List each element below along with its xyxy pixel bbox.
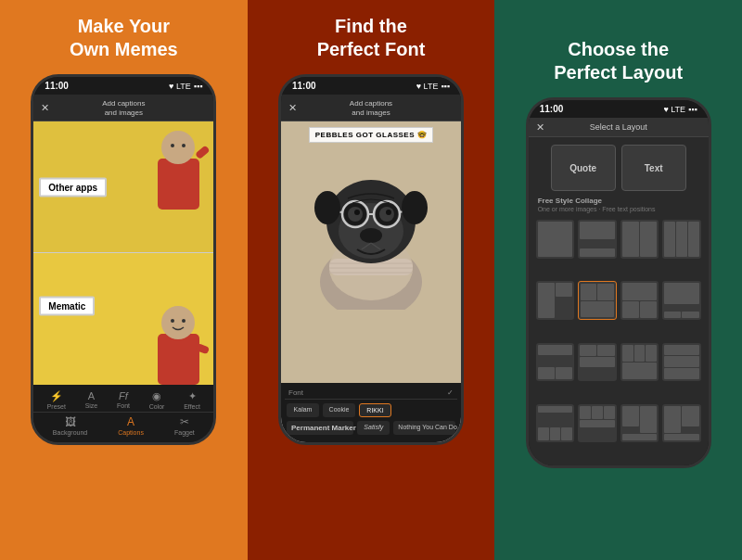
layout-header: ✕ Select a Layout (529, 118, 709, 137)
font-options-list-2[interactable]: Permanent Marker Satisfy Nothing You Can… (285, 421, 457, 439)
layout-content-area: ✕ Select a Layout Quote Text Free Style … (529, 118, 709, 465)
layout-option-11[interactable] (620, 343, 659, 382)
svg-point-29 (360, 228, 382, 243)
phone-mockup-3: 11:00 ♥ LTE ▪▪▪ ✕ Select a Layout Quote (526, 97, 711, 468)
svg-point-32 (314, 191, 340, 224)
pug-svg (301, 138, 441, 310)
phone-header-1: ✕ Add captions and images (33, 95, 213, 121)
phone-mockup-1: 11:00 ♥ LTE ▪▪▪ ✕ Add captions and image… (31, 74, 216, 445)
layout-grid (529, 216, 709, 465)
svg-point-33 (402, 191, 428, 224)
panel-make-memes: Make Your Own Memes 11:00 ♥ LTE ▪▪▪ ✕ Ad… (0, 0, 248, 560)
panel-1-title: Make Your Own Memes (70, 15, 178, 61)
font-nothing[interactable]: Nothing You Can Do (393, 421, 455, 435)
toolbar-size[interactable]: A Size (85, 390, 98, 410)
svg-point-3 (171, 144, 174, 147)
font-content-area: PEBBLES GOT GLASSES 🤓 (281, 121, 461, 442)
layout-option-7[interactable] (620, 281, 659, 320)
layout-option-13[interactable] (536, 404, 575, 443)
layout-option-15[interactable] (620, 404, 659, 443)
panel-find-font: Find the Perfect Font 11:00 ♥ LTE ▪▪▪ ✕ … (248, 0, 495, 560)
meme-label-mematic: Mematic (39, 296, 95, 315)
layout-option-8[interactable] (662, 281, 701, 320)
font-satisfy[interactable]: Satisfy (357, 421, 390, 435)
svg-rect-0 (158, 159, 199, 210)
pug-image-area: PEBBLES GOT GLASSES 🤓 (281, 121, 461, 383)
phone-bottom-bar-1: ⚡ Preset A Size Ff Font ◉ Color ✦ Effe (33, 385, 213, 442)
svg-point-4 (182, 144, 186, 147)
tab-background[interactable]: 🖼 Background (53, 415, 87, 436)
special-layout-row: Quote Text (529, 137, 709, 195)
pug-photo: PEBBLES GOT GLASSES 🤓 (281, 121, 461, 383)
drake-bottom-figure (144, 297, 213, 385)
close-button-2[interactable]: ✕ (288, 102, 297, 114)
tab-captions[interactable]: A Captions (118, 415, 144, 436)
layout-option-6-selected[interactable] (578, 281, 617, 320)
svg-point-9 (182, 319, 186, 323)
bottom-tabs-1: 🖼 Background A Captions ✂ Fagget (33, 413, 213, 439)
svg-point-1 (161, 131, 195, 164)
svg-point-23 (386, 210, 391, 215)
svg-point-22 (354, 210, 360, 215)
panel-3-title: Choose the Perfect Layout (554, 15, 683, 84)
meme-content-area: Other apps Mematic (33, 121, 213, 385)
font-kalam[interactable]: Kalam (287, 403, 319, 417)
layout-option-16[interactable] (662, 404, 701, 443)
font-cookie[interactable]: Cookie (323, 403, 355, 417)
svg-rect-5 (158, 334, 199, 385)
layout-option-3[interactable] (620, 220, 659, 259)
toolbar-icons-1: ⚡ Preset A Size Ff Font ◉ Color ✦ Effe (33, 388, 213, 413)
quote-layout[interactable]: Quote (551, 145, 616, 191)
font-permanent-marker[interactable]: Permanent Marker (287, 421, 353, 435)
toolbar-preset[interactable]: ⚡ Preset (47, 390, 66, 410)
toolbar-font[interactable]: Ff Font (117, 390, 130, 410)
svg-point-6 (161, 306, 195, 339)
status-bar-1: 11:00 ♥ LTE ▪▪▪ (33, 77, 213, 95)
layout-option-1[interactable] (536, 220, 575, 259)
status-bar-3: 11:00 ♥ LTE ▪▪▪ (529, 100, 709, 118)
meme-label-other-apps: Other apps (39, 177, 107, 197)
font-rikki[interactable]: RIKKI (359, 403, 391, 417)
status-bar-2: 11:00 ♥ LTE ▪▪▪ (281, 77, 461, 95)
tab-other[interactable]: ✂ Fagget (174, 415, 195, 436)
text-layout[interactable]: Text (621, 145, 686, 191)
layout-option-2[interactable] (578, 220, 617, 259)
layout-option-9[interactable] (536, 343, 575, 382)
layout-option-14[interactable] (578, 404, 617, 443)
font-label-row: Font ✓ (285, 387, 457, 400)
phone-mockup-2: 11:00 ♥ LTE ▪▪▪ ✕ Add captions and image… (278, 74, 464, 445)
close-button-1[interactable]: ✕ (41, 102, 49, 114)
font-options-list[interactable]: Kalam Cookie RIKKI (285, 400, 457, 421)
section-label: Free Style Collage (529, 195, 709, 206)
section-sublabel: One or more images · Free text positions (529, 206, 709, 216)
phone-header-2: ✕ Add captions and images (281, 95, 461, 121)
panel-2-title: Find the Perfect Font (317, 15, 426, 61)
toolbar-color[interactable]: ◉ Color (149, 390, 165, 410)
layout-selector: ✕ Select a Layout Quote Text Free Style … (529, 118, 709, 465)
svg-point-8 (171, 319, 174, 323)
close-button-3[interactable]: ✕ (536, 121, 544, 134)
layout-option-4[interactable] (662, 220, 701, 259)
font-selector: Font ✓ Kalam Cookie RIKKI Permanent Mark… (281, 383, 461, 442)
layout-option-5[interactable] (536, 281, 575, 320)
toolbar-effect[interactable]: ✦ Effect (184, 390, 200, 410)
panel-choose-layout: Choose the Perfect Layout 11:00 ♥ LTE ▪▪… (494, 0, 742, 560)
drake-top-figure (144, 121, 213, 210)
font-display: PEBBLES GOT GLASSES 🤓 (281, 121, 461, 442)
layout-option-12[interactable] (662, 343, 701, 382)
layout-option-10[interactable] (578, 343, 617, 382)
svg-rect-2 (195, 145, 211, 159)
